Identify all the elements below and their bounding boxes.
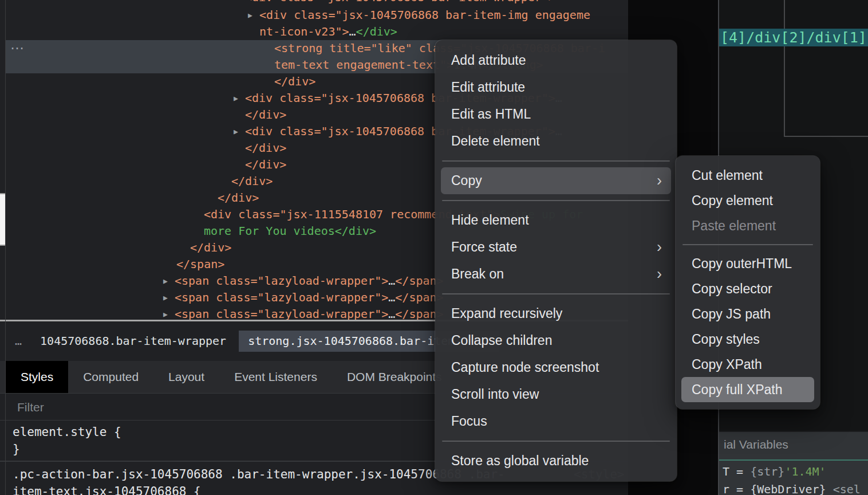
tab-event-listeners[interactable]: Event Listeners [219,361,332,393]
variable-segment: <sel [826,482,861,495]
disclosure-arrow-icon[interactable]: ▶ [234,123,238,140]
menu-item-copy-full-xpath[interactable]: Copy full XPath [681,377,814,402]
menu-item-copy-selector[interactable]: Copy selector [681,276,814,301]
submenu-arrow-icon: › [657,234,662,261]
menu-item-cut-element[interactable]: Cut element [681,163,814,188]
code-text: </div> [218,190,259,206]
variable-segment: r = [723,482,750,495]
menu-separator [682,244,813,245]
code-segment: <div class="jsx-1045706868 bar-item-img … [259,8,590,22]
guide-line-horizontal [784,136,868,137]
menu-item-copy-styles[interactable]: Copy styles [681,327,814,352]
menu-separator [442,160,670,162]
breadcrumb-overflow[interactable]: … [9,331,27,352]
menu-item-label: Paste element [692,218,776,233]
element-style-selector[interactable]: element.style { [13,424,121,440]
disclosure-arrow-icon[interactable]: ▶ [163,289,168,306]
menu-item-expand-recursively[interactable]: Expand recursively [441,300,671,327]
code-segment: </div> [245,158,286,171]
variable-row[interactable]: r = {WebDriver} <sel [723,481,868,495]
breadcrumb-1045706868-bar-item-wrapper[interactable]: 1045706868.bar-item-wrapper [31,331,235,352]
code-segment: … [349,25,356,38]
disclosure-arrow-icon[interactable]: ▶ [234,90,238,107]
dom-node-line[interactable]: nt-icon-v23">…</div> [0,23,628,40]
menu-item-copy-xpath[interactable]: Copy XPath [681,352,814,377]
disclosure-arrow-icon[interactable]: ▶ [248,7,252,23]
menu-item-label: Cut element [692,168,763,183]
menu-item-copy[interactable]: Copy› [441,167,671,194]
variable-lines: T = {str}'1.4M'r = {WebDriver} <sel [723,463,868,495]
code-segment: </div> [190,241,231,254]
code-text: <div class="jsx-1045706868 bar-item-wrap… [245,0,555,6]
menu-item-label: Expand recursively [451,306,562,321]
code-text: <div class="jsx-1045706868 bar-item-img … [259,7,590,23]
tab-computed[interactable]: Computed [68,361,153,393]
code-text: <span class="lazyload-wrapper">…</span> [175,306,444,320]
code-text: </div> [245,140,286,156]
code-segment: </div> [356,25,397,38]
styles-filter-input[interactable]: Filter [17,394,44,421]
menu-item-label: Copy full XPath [692,382,783,397]
menu-item-label: Store as global variable [451,453,589,468]
menu-item-break-on[interactable]: Break on› [441,261,671,288]
menu-item-hide-element[interactable]: Hide element [441,207,671,234]
code-segment: more For You videos [204,224,335,238]
context-submenu: Cut elementCopy elementPaste elementCopy… [676,156,820,409]
submenu-arrow-icon: › [657,167,662,194]
code-segment: <div class="jsx-1045706868 bar-item-wrap… [245,0,555,4]
code-text: </div> [231,173,273,190]
code-segment: nt-icon-v23"> [259,25,349,38]
menu-item-edit-as-html[interactable]: Edit as HTML [441,101,671,128]
menu-item-label: Copy selector [692,281,772,296]
menu-item-label: Copy styles [692,332,760,347]
menu-item-focus[interactable]: Focus [441,408,671,435]
variables-panel: ial Variables T = {str}'1.4M'r = {WebDri… [719,431,868,495]
menu-item-delete-element[interactable]: Delete element [441,128,671,155]
menu-item-copy-outerhtml[interactable]: Copy outerHTML [681,251,814,276]
menu-item-copy-element[interactable]: Copy element [681,188,814,213]
code-segment: </div> [245,108,286,121]
menu-item-label: Capture node screenshot [451,360,599,375]
variables-divider [719,459,868,461]
menu-item-add-attribute[interactable]: Add attribute [441,47,671,74]
disclosure-arrow-icon[interactable]: ▶ [163,306,168,320]
menu-item-paste-element: Paste element [681,213,814,238]
menu-item-collapse-children[interactable]: Collapse children [441,327,671,354]
dom-node-line[interactable]: ▶<div class="jsx-1045706868 bar-item-img… [0,7,628,23]
menu-item-label: Copy [451,173,482,188]
context-menu: Add attributeEdit attributeEdit as HTMLD… [435,40,677,481]
code-segment: … [388,290,395,304]
code-text: </div> [245,156,286,173]
rule-selector-line2[interactable]: item-text.jsx-1045706868 { [13,484,201,495]
variable-row[interactable]: T = {str}'1.4M' [723,463,868,481]
menu-item-force-state[interactable]: Force state› [441,234,671,261]
code-text: <span class="lazyload-wrapper">…</span> [175,289,444,306]
dom-node-line[interactable]: <div class="jsx-1045706868 bar-item-wrap… [0,0,628,6]
code-segment: … [388,274,395,288]
code-segment: </div> [231,174,273,188]
variables-header[interactable]: ial Variables [724,438,788,451]
menu-item-label: Copy element [692,193,773,208]
menu-separator [442,441,670,442]
menu-item-label: Add attribute [451,53,526,68]
code-segment: <span class="lazyload-wrapper"> [175,274,388,288]
code-text: more For You videos</div> [204,223,376,239]
menu-item-label: Force state [451,239,517,254]
code-segment: </div> [274,74,315,88]
variable-segment: T = [723,465,750,478]
menu-item-capture-node-screenshot[interactable]: Capture node screenshot [441,354,671,381]
menu-item-label: Copy outerHTML [692,256,792,271]
xpath-selection[interactable]: [4]/div[2]/div[1] [719,29,868,46]
menu-item-edit-attribute[interactable]: Edit attribute [441,74,671,101]
menu-item-scroll-into-view[interactable]: Scroll into view [441,381,671,408]
menu-item-copy-js-path[interactable]: Copy JS path [681,301,814,327]
variable-segment: {WebDriver} [750,482,826,495]
menu-item-label: Focus [451,414,487,429]
disclosure-arrow-icon[interactable]: ▶ [163,273,168,289]
tab-styles[interactable]: Styles [6,361,68,393]
code-segment: </div> [335,224,376,238]
xpath-text: [4]/div[2]/div[1] [719,29,868,46]
menu-item-store-as-global-variable[interactable]: Store as global variable [441,447,671,474]
tab-layout[interactable]: Layout [153,361,219,393]
rule-selector-line1[interactable]: .pc-action-bar.jsx-1045706868 .bar-item-… [13,466,505,482]
